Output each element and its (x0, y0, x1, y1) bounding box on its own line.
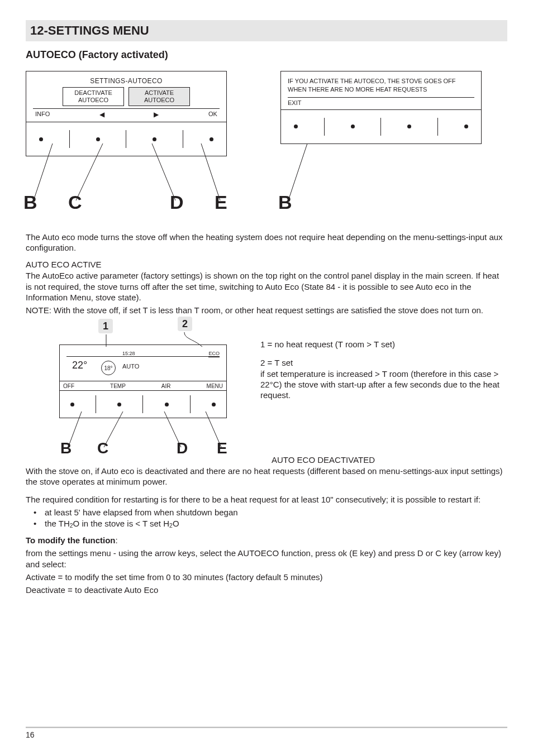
hw-button-c[interactable] (351, 125, 355, 128)
divider (190, 395, 191, 413)
legend-2-head: 2 = T set (260, 357, 507, 368)
paragraph-deactivated: With the stove on, if Auto eco is deacti… (26, 466, 507, 487)
callout-2: 2 (178, 317, 192, 331)
hw-button-e[interactable] (464, 125, 468, 128)
callout-letter-b: B (60, 439, 72, 457)
divider (126, 130, 126, 148)
callout-letter-c: C (97, 439, 108, 457)
divider (183, 130, 183, 148)
hw-button-c[interactable] (96, 137, 100, 141)
divider (96, 395, 96, 413)
modify-function-heading: To modify the function (26, 535, 116, 545)
paragraph-restart-condition: The required condition for restarting is… (26, 494, 507, 505)
modify-line-2: Activate = to modify the set time from 0… (26, 572, 507, 582)
arrow-right-icon: ▶ (154, 111, 159, 118)
modify-line-3: Deactivate = to deactivate Auto Eco (26, 585, 507, 595)
modify-line-1: from the settings menu - using the arrow… (26, 548, 507, 569)
settings-autoeco-panel: SETTINGS-AUTOECO DEACTIVATE AUTOECO ACTI… (26, 71, 227, 156)
panel3-menu-label: MENU (207, 383, 223, 389)
hw-button-b[interactable] (39, 137, 43, 141)
time-display: 15:28 (122, 351, 135, 356)
callout-letter-b: B (278, 192, 292, 213)
section-title: 12-SETTINGS MENU (30, 23, 503, 38)
room-temperature: 22° (72, 360, 87, 371)
deactivate-autoeco-option[interactable]: DEACTIVATE AUTOECO (63, 87, 124, 106)
divider (437, 118, 438, 136)
divider (324, 118, 325, 136)
bullet-2: the TH2O in the stove is < T set H2O (26, 518, 507, 529)
autoeco-info-panel: IF YOU ACTIVATE THE AUTOECO, THE STOVE G… (280, 71, 482, 144)
legend-1: 1 = no heat request (T room > T set) (260, 339, 507, 350)
panel1-ok-label: OK (208, 111, 217, 118)
panel2-message: IF YOU ACTIVATE THE AUTOECO, THE STOVE G… (288, 77, 474, 94)
divider (66, 356, 220, 357)
legend-2-body: if set temperature is increased > T room… (260, 369, 507, 401)
hw-button-d[interactable] (407, 125, 411, 128)
divider (142, 395, 143, 413)
callout-letter-d: D (170, 192, 184, 213)
callout-letter-c: C (68, 192, 82, 213)
panel2-exit-label: EXIT (288, 99, 301, 106)
paragraph-note: NOTE: With the stove off, if set T is le… (26, 305, 507, 315)
callout-letter-e: E (215, 192, 227, 213)
callout-letter-d: D (177, 439, 188, 457)
bullet-1: at least 5' have elapsed from when shutd… (26, 507, 507, 518)
auto-eco-active-heading: AUTO ECO ACTIVE (26, 260, 507, 269)
page-number: 16 (26, 730, 507, 739)
callout-1: 1 (98, 319, 113, 333)
section-header: 12-SETTINGS MENU (26, 20, 507, 41)
auto-eco-deactivated-heading: AUTO ECO DEACTIVATED (272, 455, 507, 465)
hw-button-c[interactable] (117, 403, 121, 406)
divider (69, 130, 70, 148)
mode-auto: AUTO (122, 363, 139, 370)
hw-button-d[interactable] (153, 137, 156, 141)
hw-button-e[interactable] (212, 403, 216, 406)
divider (380, 118, 381, 136)
footer-rule (26, 726, 507, 728)
panel3-air-label: AIR (161, 383, 171, 389)
arrow-left-icon: ◀ (99, 111, 104, 118)
callout-letter-e: E (217, 439, 227, 457)
panel3-temp-label: TEMP (110, 383, 126, 389)
paragraph-intro: The Auto eco mode turns the stove off wh… (26, 232, 507, 253)
callout-letter-b: B (23, 192, 37, 213)
hw-button-b[interactable] (294, 125, 298, 128)
paragraph-active: The AutoEco active parameter (factory se… (26, 270, 507, 303)
hw-button-d[interactable] (165, 403, 169, 406)
subsection-title: AUTOECO (Factory activated) (26, 49, 507, 61)
eco-indicator: ECO (208, 351, 220, 357)
hw-button-b[interactable] (70, 403, 74, 406)
page-footer: 16 (26, 726, 507, 739)
main-screen-panel: 15:28 ECO 22° 18° AUTO OFF TEMP AIR MENU (59, 344, 227, 418)
activate-autoeco-option[interactable]: ACTIVATE AUTOECO (129, 87, 190, 106)
modify-function-block: To modify the function: (26, 535, 507, 546)
panel3-off-label: OFF (63, 383, 74, 389)
set-temperature: 18° (101, 361, 116, 375)
bullet-list: at least 5' have elapsed from when shutd… (26, 507, 507, 530)
hw-button-e[interactable] (210, 137, 213, 141)
panel1-screen-title: SETTINGS-AUTOECO (33, 77, 220, 85)
panel1-info-label: INFO (35, 111, 50, 118)
